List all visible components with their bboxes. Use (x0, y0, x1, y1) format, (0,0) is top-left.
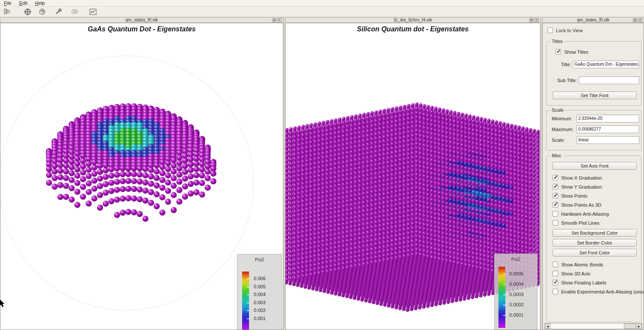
legend-tick-mark (247, 287, 249, 287)
set-background-color-button[interactable]: Set Background Color (553, 229, 637, 237)
checkbox-show-points-as-3d[interactable]: Show Points As 3D (553, 200, 640, 209)
panel-titlebar-gaas[interactable]: qm_states_f0.vtk ✕ (0, 17, 283, 23)
visibility-eye-icon[interactable] (70, 7, 80, 16)
scale-select[interactable]: linear (577, 136, 639, 144)
panel-tab-title: qm_states_f0.vtk (577, 18, 610, 22)
menu-items: FileEditHelp (0, 0, 49, 6)
misc-group-label: Misc (550, 153, 563, 158)
legend-tick-label: 0.0005 (509, 271, 524, 276)
settings-horizontal-scrollbar[interactable]: ◀ ▶ (544, 323, 642, 329)
checkbox-label: Show X Graduation (561, 175, 602, 180)
scale-group-label: Scale (550, 107, 565, 113)
checkbox-icon[interactable] (553, 262, 558, 267)
subtitle-field-label: Sub Title: (547, 78, 577, 83)
close-panel-icon[interactable]: ✕ (535, 18, 539, 22)
misc-group: Misc Set Axis Font Show X GraduationShow… (546, 156, 641, 322)
restore-panel-icon[interactable] (529, 18, 534, 22)
checkbox-label: Smooth Plot Lines (561, 220, 599, 226)
gaas-legend-title: Psi2 (237, 257, 282, 262)
misc-color-buttons: Set Background ColorSet Border ColorSet … (553, 229, 637, 257)
gaas-legend-colorbar (242, 272, 249, 330)
set-axis-font-button[interactable]: Set Axis Font (553, 162, 637, 170)
misc-checkboxes-top: Show X GraduationShow Y GraduationShow P… (553, 173, 640, 227)
restore-panel-icon[interactable] (272, 18, 276, 22)
rotate-view-icon[interactable] (37, 7, 47, 16)
title-field-input[interactable]: GaAs Quantum Dot - Eigenstates (573, 61, 639, 68)
minimum-input[interactable]: 2.92044e-20 (577, 115, 639, 122)
panel-titlebar-settings[interactable]: qm_states_f0.vtk ✕ (542, 17, 644, 23)
checkbox-icon[interactable] (553, 220, 558, 226)
subtitle-field-input[interactable] (579, 76, 639, 84)
checkbox-show-x-graduation[interactable]: Show X Graduation (553, 173, 640, 182)
legend-tick-mark (247, 294, 249, 295)
scene-tree-icon[interactable] (2, 7, 12, 16)
gaas-legend[interactable]: Psi2 0.0060.0050.0040.0030.0020.001 (237, 254, 282, 330)
silicon-legend-colorbar (498, 267, 505, 328)
menu-item-file[interactable]: File (0, 0, 15, 6)
checkbox-label: Show Points (561, 193, 587, 199)
checkbox-enable-experimental-anti-aliasing-unsaf[interactable]: Enable Experimental Anti-Aliasing (unsaf (553, 287, 640, 296)
toolbar (0, 6, 644, 17)
legend-tick-mark (503, 294, 505, 295)
silicon-legend[interactable]: Psi2 0.00050.00040.00030.00020.0001 (494, 254, 538, 330)
probe-tool-icon[interactable] (53, 7, 64, 16)
checkbox-icon[interactable] (553, 184, 558, 189)
pan-view-icon[interactable] (22, 7, 33, 16)
legend-tick-label: 0.004 (254, 292, 266, 297)
toolbar-icons (0, 7, 98, 16)
legend-tick-label: 0.005 (254, 284, 266, 289)
titles-group-label: Titles (550, 39, 565, 44)
checkbox-icon[interactable] (553, 289, 558, 294)
menu-item-edit[interactable]: Edit (15, 0, 31, 6)
set-font-color-button[interactable]: Set Font Color (553, 249, 637, 257)
checkbox-show-atomic-bonds[interactable]: Show Atomic Bonds (553, 260, 640, 269)
close-panel-icon[interactable]: ✕ (638, 18, 642, 22)
checkbox-label: Show Atomic Bonds (561, 262, 603, 267)
checkbox-show-y-graduation[interactable]: Show Y Graduation (553, 182, 640, 191)
close-panel-icon[interactable]: ✕ (277, 18, 282, 22)
show-titles-checkbox[interactable]: Show Titles (556, 47, 588, 56)
menu-item-help[interactable]: Help (31, 0, 49, 6)
legend-tick-mark (503, 305, 505, 306)
panel-tab-title: Si_dot_Schro_f4.vtk (394, 18, 432, 22)
scroll-right-icon[interactable]: ▶ (636, 324, 642, 329)
checkbox-show-points[interactable]: Show Points (553, 191, 640, 200)
gaas-plot-area: GaAs Quantum Dot - Eigenstates Psi2 0.00… (0, 23, 283, 330)
panel-titlebar-silicon[interactable]: Si_dot_Schro_f4.vtk ✕ (285, 17, 541, 23)
set-title-font-button[interactable]: Set Title Font (553, 92, 637, 99)
legend-tick-label: 0.002 (254, 308, 266, 313)
checkbox-show-floating-labels[interactable]: Show Floating Labels (553, 278, 640, 287)
legend-tick-mark (247, 318, 249, 319)
titles-group: Titles Show Titles Title: GaAs Quantum D… (546, 41, 641, 106)
misc-checkboxes-bottom: Show Atomic BondsShow 3D AxisShow Floati… (553, 260, 640, 296)
title-field-label: Title: (547, 62, 571, 67)
legend-tick-mark (503, 284, 505, 285)
scrollbar-thumb[interactable] (624, 324, 636, 329)
checkbox-icon[interactable] (553, 193, 558, 199)
maximum-label: Maximum: (552, 127, 577, 132)
legend-tick-label: 0.0003 (509, 292, 524, 297)
set-border-color-button[interactable]: Set Border Color (553, 239, 637, 247)
settings-panel: Lock to View Titles Show Titles Title: G… (542, 23, 644, 330)
silicon-plot-title: Silicon Quantum dot - Eigenstates (286, 25, 540, 33)
checkbox-smooth-plot-lines[interactable]: Smooth Plot Lines (553, 218, 640, 227)
checkbox-icon[interactable] (547, 28, 553, 33)
checkbox-label: Enable Experimental Anti-Aliasing (unsaf (561, 289, 644, 294)
minimum-label: Minimum: (552, 116, 577, 121)
checkbox-show-3d-axis[interactable]: Show 3D Axis (553, 269, 640, 278)
checkbox-hardware-anti-aliasing[interactable]: Hardware Anti-Aliasing (553, 209, 640, 218)
checkbox-icon[interactable] (553, 202, 558, 208)
checkbox-icon[interactable] (556, 49, 561, 55)
legend-tick-mark (503, 274, 505, 275)
checkbox-label: Show Y Graduation (561, 184, 602, 189)
lock-to-view-checkbox[interactable]: Lock to View (547, 26, 583, 35)
checkbox-icon[interactable] (553, 175, 558, 180)
checkbox-icon[interactable] (553, 280, 558, 285)
scroll-left-icon[interactable]: ◀ (545, 324, 550, 329)
checkbox-icon[interactable] (553, 211, 558, 217)
restore-panel-icon[interactable] (633, 18, 637, 22)
gaas-plot-title: GaAs Quantum Dot - Eigenstates (0, 25, 283, 33)
plot-chart-icon[interactable] (88, 7, 98, 16)
checkbox-icon[interactable] (553, 271, 558, 276)
maximum-input[interactable]: 0.00686277 (577, 125, 639, 133)
